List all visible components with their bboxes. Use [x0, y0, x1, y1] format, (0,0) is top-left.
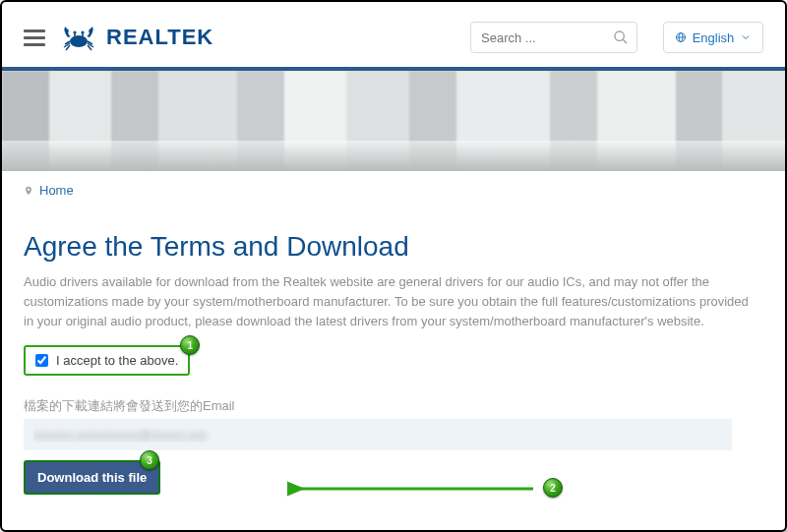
svg-point-0 — [70, 35, 88, 47]
svg-rect-4 — [82, 33, 84, 37]
language-label: English — [693, 30, 735, 45]
brand-text: REALTEK — [106, 25, 213, 50]
email-input[interactable] — [24, 419, 732, 450]
annotation-badge-1: 1 — [180, 335, 200, 355]
svg-line-6 — [623, 39, 627, 43]
header-bar: REALTEK English — [24, 16, 763, 59]
download-button[interactable]: Download this file — [24, 460, 160, 495]
search-box[interactable] — [470, 22, 637, 53]
globe-icon — [675, 31, 687, 43]
accept-checkbox[interactable] — [35, 354, 48, 367]
breadcrumb-home-link[interactable]: Home — [39, 183, 74, 198]
search-icon[interactable] — [613, 30, 629, 45]
email-caption: 檔案的下載連結將會發送到您的Email — [24, 397, 763, 415]
page-title: Agree the Terms and Download — [24, 231, 763, 263]
menu-icon[interactable] — [24, 26, 45, 50]
hero-banner — [2, 71, 785, 171]
search-input[interactable] — [471, 25, 636, 51]
svg-point-5 — [615, 31, 624, 40]
annotation-badge-2: 2 — [543, 478, 563, 498]
page-description: Audio drivers available for download fro… — [24, 272, 752, 331]
pin-icon — [24, 184, 33, 198]
chevron-down-icon — [740, 31, 752, 43]
crab-icon — [59, 24, 98, 51]
svg-rect-3 — [74, 33, 76, 37]
accept-terms-box[interactable]: I accept to the above. — [24, 345, 190, 376]
breadcrumb: Home — [2, 171, 785, 198]
language-selector[interactable]: English — [663, 22, 763, 53]
accept-label: I accept to the above. — [56, 353, 178, 368]
annotation-arrow: 2 — [287, 478, 553, 500]
brand-logo[interactable]: REALTEK — [59, 24, 213, 51]
